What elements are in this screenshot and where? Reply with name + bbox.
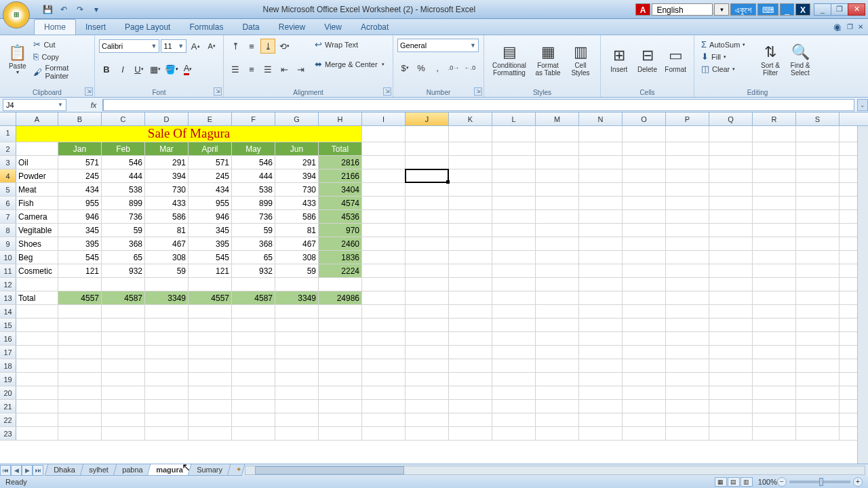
total-cell[interactable]: 4557 bbox=[189, 291, 232, 304]
cell[interactable] bbox=[579, 359, 623, 372]
cell[interactable] bbox=[579, 224, 623, 237]
cell[interactable] bbox=[666, 156, 709, 169]
label-cell[interactable]: Camera bbox=[16, 210, 58, 223]
cell[interactable] bbox=[102, 278, 145, 291]
column-header[interactable]: I bbox=[362, 113, 406, 125]
cell[interactable] bbox=[536, 319, 579, 331]
cell[interactable] bbox=[579, 156, 623, 169]
sheet-tab[interactable]: magura bbox=[147, 464, 192, 476]
cell[interactable] bbox=[492, 197, 536, 209]
data-cell[interactable]: 395 bbox=[189, 237, 232, 250]
data-cell[interactable]: 3404 bbox=[319, 183, 362, 196]
cell[interactable] bbox=[536, 197, 579, 209]
cell[interactable] bbox=[406, 197, 449, 209]
row-header[interactable]: 20 bbox=[0, 386, 16, 399]
cell[interactable] bbox=[406, 346, 449, 359]
page-layout-view-icon[interactable]: ▤ bbox=[728, 477, 740, 487]
autosum-button[interactable]: ΣAutoSum▾ bbox=[698, 39, 755, 50]
lang-kbd-icon[interactable]: ⌨ bbox=[757, 3, 778, 16]
cell[interactable] bbox=[145, 400, 189, 413]
cell[interactable] bbox=[796, 291, 840, 304]
cell[interactable] bbox=[406, 237, 449, 250]
cell[interactable] bbox=[449, 291, 492, 304]
cell[interactable] bbox=[623, 142, 666, 155]
cell[interactable] bbox=[492, 305, 536, 318]
cell[interactable] bbox=[319, 413, 362, 426]
cell[interactable] bbox=[232, 373, 275, 386]
cut-button[interactable]: ✂Cut bbox=[31, 39, 90, 50]
cell[interactable] bbox=[796, 400, 840, 413]
cell[interactable] bbox=[709, 305, 753, 318]
currency-icon[interactable]: $▾ bbox=[397, 60, 412, 75]
cell[interactable] bbox=[796, 142, 840, 155]
data-cell[interactable]: 345 bbox=[58, 224, 102, 237]
data-cell[interactable]: 955 bbox=[189, 197, 232, 209]
label-cell[interactable]: Shoes bbox=[16, 237, 58, 250]
cell[interactable] bbox=[796, 224, 840, 237]
cell[interactable] bbox=[58, 373, 102, 386]
cell[interactable] bbox=[709, 373, 753, 386]
cell[interactable] bbox=[145, 319, 189, 331]
cell[interactable] bbox=[58, 332, 102, 345]
cell[interactable] bbox=[753, 400, 796, 413]
cell[interactable] bbox=[492, 319, 536, 331]
cell[interactable] bbox=[449, 210, 492, 223]
cell[interactable] bbox=[753, 291, 796, 304]
cell[interactable] bbox=[406, 224, 449, 237]
merge-center-button[interactable]: ⬌Merge & Center▾ bbox=[312, 58, 387, 70]
data-cell[interactable]: 730 bbox=[275, 183, 319, 196]
cell[interactable] bbox=[623, 278, 666, 291]
cell[interactable] bbox=[319, 386, 362, 399]
data-cell[interactable]: 394 bbox=[145, 169, 189, 182]
cell[interactable] bbox=[536, 210, 579, 223]
data-cell[interactable]: 932 bbox=[102, 264, 145, 277]
underline-button[interactable]: U▾ bbox=[132, 62, 146, 77]
cell[interactable] bbox=[579, 251, 623, 264]
cell[interactable] bbox=[623, 126, 666, 142]
cell[interactable] bbox=[753, 197, 796, 209]
data-cell[interactable]: 59 bbox=[275, 264, 319, 277]
cell[interactable] bbox=[666, 427, 709, 440]
cell[interactable] bbox=[796, 264, 840, 277]
column-header[interactable]: L bbox=[492, 113, 536, 125]
cell[interactable] bbox=[275, 332, 319, 345]
cell[interactable] bbox=[102, 332, 145, 345]
cell[interactable] bbox=[709, 126, 753, 142]
cell[interactable] bbox=[666, 183, 709, 196]
cell[interactable] bbox=[796, 278, 840, 291]
cell[interactable] bbox=[536, 413, 579, 426]
cell[interactable] bbox=[666, 142, 709, 155]
cell[interactable] bbox=[623, 237, 666, 250]
cell[interactable] bbox=[449, 251, 492, 264]
cell[interactable] bbox=[579, 346, 623, 359]
cell[interactable] bbox=[189, 413, 232, 426]
row-header[interactable]: 7 bbox=[0, 210, 16, 223]
header-cell[interactable]: May bbox=[232, 142, 275, 155]
font-name-combo[interactable]: Calibri▼ bbox=[99, 39, 159, 53]
cell[interactable] bbox=[449, 427, 492, 440]
column-header[interactable]: K bbox=[449, 113, 492, 125]
data-cell[interactable]: 730 bbox=[145, 183, 189, 196]
cell[interactable] bbox=[449, 332, 492, 345]
row-header[interactable]: 23 bbox=[0, 427, 16, 440]
cell[interactable] bbox=[362, 183, 406, 196]
cell[interactable] bbox=[666, 373, 709, 386]
doc-minimize-icon[interactable]: _ bbox=[834, 22, 844, 31]
data-cell[interactable]: 81 bbox=[275, 224, 319, 237]
cell[interactable] bbox=[536, 142, 579, 155]
column-header[interactable]: J bbox=[406, 113, 449, 125]
cell[interactable] bbox=[666, 237, 709, 250]
cell[interactable] bbox=[275, 373, 319, 386]
header-cell[interactable]: Mar bbox=[145, 142, 189, 155]
cell[interactable] bbox=[492, 251, 536, 264]
clear-button[interactable]: ◫Clear▾ bbox=[698, 63, 755, 75]
cell[interactable] bbox=[579, 400, 623, 413]
sheet-nav-next-icon[interactable]: ▶ bbox=[22, 465, 33, 476]
sheet-nav-prev-icon[interactable]: ◀ bbox=[11, 465, 22, 476]
tab-home[interactable]: Home bbox=[34, 19, 76, 35]
cell[interactable] bbox=[449, 359, 492, 372]
cell[interactable] bbox=[579, 291, 623, 304]
cell[interactable] bbox=[449, 169, 492, 182]
data-cell[interactable]: 946 bbox=[58, 210, 102, 223]
column-header[interactable]: Q bbox=[709, 113, 753, 125]
